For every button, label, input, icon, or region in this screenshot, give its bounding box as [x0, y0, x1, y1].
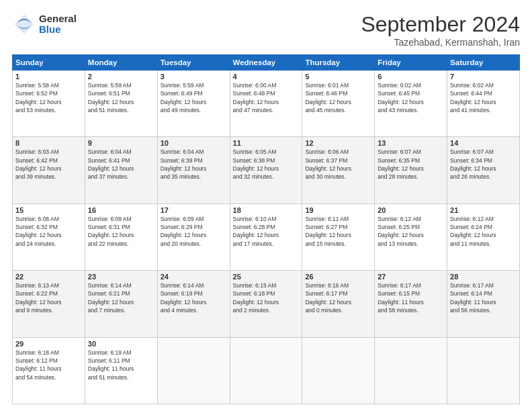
day-number: 13: [378, 139, 444, 147]
day-info: Sunrise: 5:59 AMSunset: 6:49 PMDaylight:…: [161, 81, 227, 114]
day-info: Sunrise: 6:10 AMSunset: 6:28 PMDaylight:…: [233, 215, 300, 248]
logo-blue: Blue: [39, 24, 77, 36]
day-number: 25: [233, 273, 300, 281]
calendar-cell: [230, 337, 302, 404]
day-number: 15: [15, 206, 82, 214]
calendar-cell: [157, 337, 230, 404]
calendar-cell: 7Sunrise: 6:02 AMSunset: 6:44 PMDaylight…: [447, 71, 520, 137]
day-info: Sunrise: 6:02 AMSunset: 6:45 PMDaylight:…: [378, 81, 444, 114]
calendar-cell: 28Sunrise: 6:17 AMSunset: 6:14 PMDayligh…: [447, 271, 520, 337]
calendar-cell: 23Sunrise: 6:14 AMSunset: 6:21 PMDayligh…: [85, 271, 157, 337]
calendar-cell: 4Sunrise: 6:00 AMSunset: 6:48 PMDaylight…: [230, 71, 302, 137]
calendar-cell: 26Sunrise: 6:16 AMSunset: 6:17 PMDayligh…: [302, 271, 375, 337]
day-info: Sunrise: 6:09 AMSunset: 6:29 PMDaylight:…: [161, 215, 227, 248]
day-info: Sunrise: 6:07 AMSunset: 6:35 PMDaylight:…: [378, 148, 444, 181]
logo-text: General Blue: [39, 13, 77, 36]
day-number: 17: [161, 206, 227, 214]
day-number: 20: [378, 206, 444, 214]
day-number: 4: [233, 73, 300, 81]
day-info: Sunrise: 6:09 AMSunset: 6:31 PMDaylight:…: [88, 215, 154, 248]
day-header-wednesday: Wednesday: [230, 55, 302, 71]
day-header-friday: Friday: [375, 55, 447, 71]
day-info: Sunrise: 6:12 AMSunset: 6:24 PMDaylight:…: [450, 215, 517, 248]
calendar-cell: 2Sunrise: 5:59 AMSunset: 6:51 PMDaylight…: [85, 71, 157, 137]
logo: General Blue: [12, 12, 77, 36]
week-row-4: 22Sunrise: 6:13 AMSunset: 6:22 PMDayligh…: [13, 271, 520, 337]
day-info: Sunrise: 6:05 AMSunset: 6:38 PMDaylight:…: [233, 148, 300, 181]
day-info: Sunrise: 6:15 AMSunset: 6:18 PMDaylight:…: [233, 281, 300, 314]
day-header-tuesday: Tuesday: [157, 55, 230, 71]
day-number: 29: [15, 340, 82, 348]
day-number: 7: [450, 73, 517, 81]
day-header-thursday: Thursday: [302, 55, 375, 71]
day-header-saturday: Saturday: [447, 55, 520, 71]
day-info: Sunrise: 6:17 AMSunset: 6:15 PMDaylight:…: [378, 281, 444, 314]
calendar-cell: 3Sunrise: 5:59 AMSunset: 6:49 PMDaylight…: [157, 71, 230, 137]
day-number: 21: [450, 206, 517, 214]
day-info: Sunrise: 6:18 AMSunset: 6:12 PMDaylight:…: [15, 349, 82, 381]
day-info: Sunrise: 6:04 AMSunset: 6:39 PMDaylight:…: [161, 148, 227, 181]
day-info: Sunrise: 6:04 AMSunset: 6:41 PMDaylight:…: [88, 148, 154, 181]
day-info: Sunrise: 6:13 AMSunset: 6:22 PMDaylight:…: [15, 281, 82, 314]
day-info: Sunrise: 6:19 AMSunset: 6:11 PMDaylight:…: [88, 349, 154, 381]
day-info: Sunrise: 5:58 AMSunset: 6:52 PMDaylight:…: [15, 81, 82, 114]
calendar-cell: 25Sunrise: 6:15 AMSunset: 6:18 PMDayligh…: [230, 271, 302, 337]
day-number: 5: [305, 73, 371, 81]
calendar-cell: 16Sunrise: 6:09 AMSunset: 6:31 PMDayligh…: [85, 203, 157, 270]
day-info: Sunrise: 6:17 AMSunset: 6:14 PMDaylight:…: [450, 281, 517, 314]
day-number: 12: [305, 139, 371, 147]
day-header-monday: Monday: [85, 55, 157, 71]
day-number: 11: [233, 139, 300, 147]
calendar-cell: 21Sunrise: 6:12 AMSunset: 6:24 PMDayligh…: [447, 203, 520, 270]
header-row: SundayMondayTuesdayWednesdayThursdayFrid…: [13, 55, 520, 71]
day-header-sunday: Sunday: [13, 55, 85, 71]
day-info: Sunrise: 6:11 AMSunset: 6:27 PMDaylight:…: [305, 215, 371, 248]
day-number: 1: [15, 73, 82, 81]
calendar-cell: 5Sunrise: 6:01 AMSunset: 6:46 PMDaylight…: [302, 71, 375, 137]
calendar-cell: 19Sunrise: 6:11 AMSunset: 6:27 PMDayligh…: [302, 203, 375, 270]
day-number: 3: [161, 73, 227, 81]
calendar-cell: 17Sunrise: 6:09 AMSunset: 6:29 PMDayligh…: [157, 203, 230, 270]
day-info: Sunrise: 5:59 AMSunset: 6:51 PMDaylight:…: [88, 81, 154, 114]
day-info: Sunrise: 6:14 AMSunset: 6:19 PMDaylight:…: [161, 281, 227, 314]
calendar-cell: 9Sunrise: 6:04 AMSunset: 6:41 PMDaylight…: [85, 137, 157, 203]
day-info: Sunrise: 6:02 AMSunset: 6:44 PMDaylight:…: [450, 81, 517, 114]
day-number: 2: [88, 73, 154, 81]
month-title: September 2024: [361, 12, 520, 37]
week-row-1: 1Sunrise: 5:58 AMSunset: 6:52 PMDaylight…: [13, 71, 520, 137]
week-row-2: 8Sunrise: 6:03 AMSunset: 6:42 PMDaylight…: [13, 137, 520, 203]
day-number: 22: [15, 273, 82, 281]
title-block: September 2024 Tazehabad, Kermanshah, Ir…: [361, 12, 520, 48]
calendar-cell: 11Sunrise: 6:05 AMSunset: 6:38 PMDayligh…: [230, 137, 302, 203]
day-number: 9: [88, 139, 154, 147]
day-number: 24: [161, 273, 227, 281]
header: General Blue September 2024 Tazehabad, K…: [12, 12, 520, 48]
day-info: Sunrise: 6:14 AMSunset: 6:21 PMDaylight:…: [88, 281, 154, 314]
day-info: Sunrise: 6:16 AMSunset: 6:17 PMDaylight:…: [305, 281, 371, 314]
day-number: 19: [305, 206, 371, 214]
calendar-cell: 8Sunrise: 6:03 AMSunset: 6:42 PMDaylight…: [13, 137, 85, 203]
day-number: 6: [378, 73, 444, 81]
calendar-cell: 6Sunrise: 6:02 AMSunset: 6:45 PMDaylight…: [375, 71, 447, 137]
day-info: Sunrise: 6:07 AMSunset: 6:34 PMDaylight:…: [450, 148, 517, 181]
day-number: 18: [233, 206, 300, 214]
logo-icon: [12, 12, 36, 36]
calendar-cell: 13Sunrise: 6:07 AMSunset: 6:35 PMDayligh…: [375, 137, 447, 203]
week-row-5: 29Sunrise: 6:18 AMSunset: 6:12 PMDayligh…: [13, 337, 520, 404]
day-info: Sunrise: 6:08 AMSunset: 6:32 PMDaylight:…: [15, 215, 82, 248]
calendar-cell: 27Sunrise: 6:17 AMSunset: 6:15 PMDayligh…: [375, 271, 447, 337]
calendar-cell: [447, 337, 520, 404]
calendar-cell: [302, 337, 375, 404]
calendar-cell: 24Sunrise: 6:14 AMSunset: 6:19 PMDayligh…: [157, 271, 230, 337]
day-number: 10: [161, 139, 227, 147]
calendar-cell: 20Sunrise: 6:12 AMSunset: 6:25 PMDayligh…: [375, 203, 447, 270]
day-info: Sunrise: 6:01 AMSunset: 6:46 PMDaylight:…: [305, 81, 371, 114]
day-number: 23: [88, 273, 154, 281]
calendar-cell: 12Sunrise: 6:06 AMSunset: 6:37 PMDayligh…: [302, 137, 375, 203]
day-info: Sunrise: 6:12 AMSunset: 6:25 PMDaylight:…: [378, 215, 444, 248]
day-number: 28: [450, 273, 517, 281]
day-number: 27: [378, 273, 444, 281]
calendar-cell: 15Sunrise: 6:08 AMSunset: 6:32 PMDayligh…: [13, 203, 85, 270]
page: General Blue September 2024 Tazehabad, K…: [0, 0, 532, 411]
calendar-cell: 1Sunrise: 5:58 AMSunset: 6:52 PMDaylight…: [13, 71, 85, 137]
